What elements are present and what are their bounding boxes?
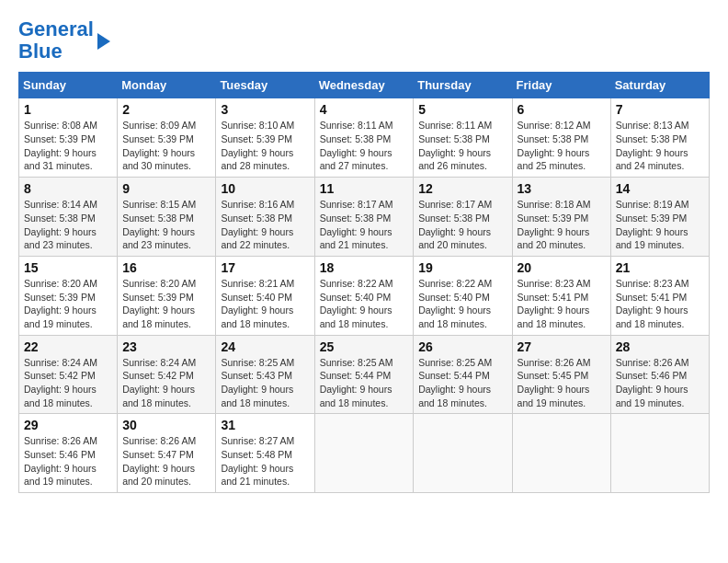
calendar-cell: 21Sunrise: 8:23 AM Sunset: 5:41 PM Dayli…	[610, 256, 709, 335]
day-number: 11	[320, 181, 409, 196]
calendar-body: 1Sunrise: 8:08 AM Sunset: 5:39 PM Daylig…	[19, 98, 710, 493]
weekday-header-sunday: Sunday	[19, 73, 118, 98]
day-number: 8	[24, 181, 112, 196]
day-info: Sunrise: 8:13 AM Sunset: 5:38 PM Dayligh…	[616, 119, 704, 173]
weekday-header-friday: Friday	[512, 73, 610, 98]
calendar-week-1: 1Sunrise: 8:08 AM Sunset: 5:39 PM Daylig…	[19, 98, 710, 178]
calendar-week-3: 15Sunrise: 8:20 AM Sunset: 5:39 PM Dayli…	[19, 256, 710, 335]
calendar-cell: 2Sunrise: 8:09 AM Sunset: 5:39 PM Daylig…	[118, 98, 216, 178]
day-number: 28	[616, 339, 704, 354]
day-info: Sunrise: 8:10 AM Sunset: 5:39 PM Dayligh…	[221, 119, 309, 173]
day-info: Sunrise: 8:25 AM Sunset: 5:44 PM Dayligh…	[418, 356, 506, 410]
calendar-cell: 25Sunrise: 8:25 AM Sunset: 5:44 PM Dayli…	[314, 335, 414, 414]
calendar-cell: 23Sunrise: 8:24 AM Sunset: 5:42 PM Dayli…	[118, 335, 216, 414]
calendar-cell: 1Sunrise: 8:08 AM Sunset: 5:39 PM Daylig…	[19, 98, 118, 178]
day-info: Sunrise: 8:23 AM Sunset: 5:41 PM Dayligh…	[518, 277, 606, 331]
day-number: 13	[518, 181, 606, 196]
day-number: 16	[122, 260, 210, 275]
day-info: Sunrise: 8:20 AM Sunset: 5:39 PM Dayligh…	[122, 277, 210, 331]
calendar-cell: 10Sunrise: 8:16 AM Sunset: 5:38 PM Dayli…	[216, 178, 314, 257]
calendar-cell: 17Sunrise: 8:21 AM Sunset: 5:40 PM Dayli…	[216, 256, 314, 335]
day-info: Sunrise: 8:25 AM Sunset: 5:43 PM Dayligh…	[221, 356, 309, 410]
day-info: Sunrise: 8:15 AM Sunset: 5:38 PM Dayligh…	[122, 198, 210, 252]
calendar-cell	[610, 414, 709, 493]
day-info: Sunrise: 8:12 AM Sunset: 5:38 PM Dayligh…	[518, 119, 606, 173]
day-number: 22	[24, 339, 112, 354]
day-info: Sunrise: 8:19 AM Sunset: 5:39 PM Dayligh…	[616, 198, 704, 252]
day-number: 31	[221, 418, 309, 432]
calendar-cell: 22Sunrise: 8:24 AM Sunset: 5:42 PM Dayli…	[19, 335, 118, 414]
day-info: Sunrise: 8:24 AM Sunset: 5:42 PM Dayligh…	[24, 356, 112, 410]
calendar-table: SundayMondayTuesdayWednesdayThursdayFrid…	[18, 72, 710, 493]
day-info: Sunrise: 8:24 AM Sunset: 5:42 PM Dayligh…	[122, 356, 210, 410]
day-info: Sunrise: 8:20 AM Sunset: 5:39 PM Dayligh…	[24, 277, 112, 331]
calendar-cell: 6Sunrise: 8:12 AM Sunset: 5:38 PM Daylig…	[512, 98, 610, 178]
day-info: Sunrise: 8:18 AM Sunset: 5:39 PM Dayligh…	[518, 198, 606, 252]
calendar-header-row: SundayMondayTuesdayWednesdayThursdayFrid…	[19, 73, 710, 98]
calendar-cell: 24Sunrise: 8:25 AM Sunset: 5:43 PM Dayli…	[216, 335, 314, 414]
day-info: Sunrise: 8:11 AM Sunset: 5:38 PM Dayligh…	[320, 119, 409, 173]
day-number: 20	[518, 260, 606, 275]
day-number: 26	[418, 339, 506, 354]
calendar-cell: 20Sunrise: 8:23 AM Sunset: 5:41 PM Dayli…	[512, 256, 610, 335]
calendar-cell: 18Sunrise: 8:22 AM Sunset: 5:40 PM Dayli…	[314, 256, 414, 335]
day-info: Sunrise: 8:22 AM Sunset: 5:40 PM Dayligh…	[320, 277, 409, 331]
weekday-header-monday: Monday	[118, 73, 216, 98]
calendar-week-4: 22Sunrise: 8:24 AM Sunset: 5:42 PM Dayli…	[19, 335, 710, 414]
day-number: 6	[518, 102, 606, 117]
calendar-week-5: 29Sunrise: 8:26 AM Sunset: 5:46 PM Dayli…	[19, 414, 710, 493]
calendar-cell: 8Sunrise: 8:14 AM Sunset: 5:38 PM Daylig…	[19, 178, 118, 257]
day-number: 29	[24, 418, 112, 432]
day-info: Sunrise: 8:08 AM Sunset: 5:39 PM Dayligh…	[24, 119, 112, 173]
calendar-cell	[314, 414, 414, 493]
day-info: Sunrise: 8:17 AM Sunset: 5:38 PM Dayligh…	[418, 198, 506, 252]
day-info: Sunrise: 8:23 AM Sunset: 5:41 PM Dayligh…	[616, 277, 704, 331]
calendar-cell: 28Sunrise: 8:26 AM Sunset: 5:46 PM Dayli…	[610, 335, 709, 414]
calendar-cell: 14Sunrise: 8:19 AM Sunset: 5:39 PM Dayli…	[610, 178, 709, 257]
day-number: 7	[616, 102, 704, 117]
calendar-cell: 4Sunrise: 8:11 AM Sunset: 5:38 PM Daylig…	[314, 98, 414, 178]
calendar-cell: 31Sunrise: 8:27 AM Sunset: 5:48 PM Dayli…	[216, 414, 314, 493]
calendar-cell	[414, 414, 512, 493]
calendar-cell: 13Sunrise: 8:18 AM Sunset: 5:39 PM Dayli…	[512, 178, 610, 257]
calendar-cell: 12Sunrise: 8:17 AM Sunset: 5:38 PM Dayli…	[414, 178, 512, 257]
calendar-cell: 3Sunrise: 8:10 AM Sunset: 5:39 PM Daylig…	[216, 98, 314, 178]
day-number: 5	[418, 102, 506, 117]
day-number: 25	[320, 339, 409, 354]
logo-arrow-icon	[97, 33, 110, 50]
logo-text: General Blue	[18, 18, 94, 63]
day-number: 2	[122, 102, 210, 117]
calendar-cell: 15Sunrise: 8:20 AM Sunset: 5:39 PM Dayli…	[19, 256, 118, 335]
day-number: 18	[320, 260, 409, 275]
weekday-header-saturday: Saturday	[610, 73, 709, 98]
calendar-cell: 30Sunrise: 8:26 AM Sunset: 5:47 PM Dayli…	[118, 414, 216, 493]
day-number: 14	[616, 181, 704, 196]
day-info: Sunrise: 8:26 AM Sunset: 5:46 PM Dayligh…	[616, 356, 704, 410]
day-number: 27	[518, 339, 606, 354]
day-number: 1	[24, 102, 112, 117]
day-number: 12	[418, 181, 506, 196]
calendar-cell: 5Sunrise: 8:11 AM Sunset: 5:38 PM Daylig…	[414, 98, 512, 178]
day-info: Sunrise: 8:17 AM Sunset: 5:38 PM Dayligh…	[320, 198, 409, 252]
day-number: 30	[122, 418, 210, 432]
day-info: Sunrise: 8:21 AM Sunset: 5:40 PM Dayligh…	[221, 277, 309, 331]
weekday-header-tuesday: Tuesday	[216, 73, 314, 98]
calendar-cell: 9Sunrise: 8:15 AM Sunset: 5:38 PM Daylig…	[118, 178, 216, 257]
day-number: 3	[221, 102, 309, 117]
day-info: Sunrise: 8:26 AM Sunset: 5:45 PM Dayligh…	[518, 356, 606, 410]
logo-blue: Blue	[18, 40, 63, 63]
day-info: Sunrise: 8:26 AM Sunset: 5:46 PM Dayligh…	[24, 434, 112, 488]
calendar-cell: 29Sunrise: 8:26 AM Sunset: 5:46 PM Dayli…	[19, 414, 118, 493]
day-number: 4	[320, 102, 409, 117]
day-number: 9	[122, 181, 210, 196]
day-number: 10	[221, 181, 309, 196]
logo: General Blue	[18, 18, 110, 63]
day-number: 19	[418, 260, 506, 275]
weekday-header-wednesday: Wednesday	[314, 73, 414, 98]
logo-general: General	[18, 17, 94, 40]
day-info: Sunrise: 8:27 AM Sunset: 5:48 PM Dayligh…	[221, 434, 309, 488]
day-number: 23	[122, 339, 210, 354]
day-number: 15	[24, 260, 112, 275]
calendar-cell: 16Sunrise: 8:20 AM Sunset: 5:39 PM Dayli…	[118, 256, 216, 335]
calendar-cell: 19Sunrise: 8:22 AM Sunset: 5:40 PM Dayli…	[414, 256, 512, 335]
